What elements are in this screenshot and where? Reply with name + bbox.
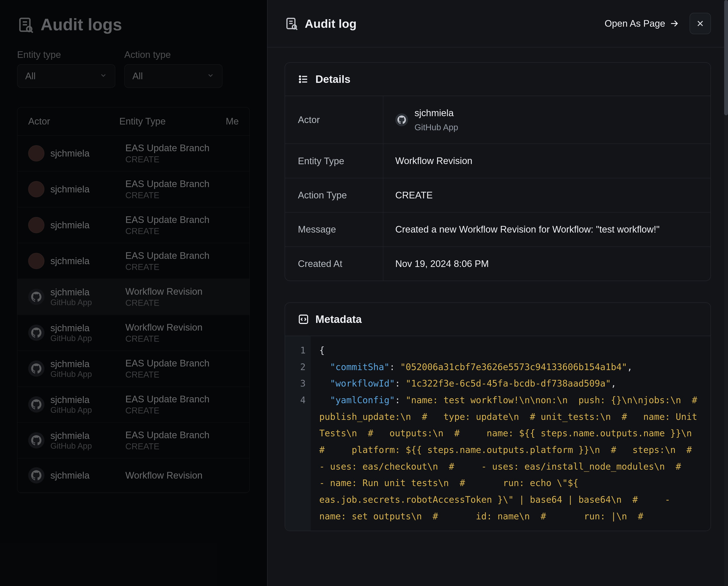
user-avatar [28,181,45,197]
entity-type: Workflow Revision [125,322,239,333]
action-type: CREATE [125,155,239,164]
actor-name: sjchmiela [50,220,89,230]
actor-name: sjchmiela [50,430,92,441]
actor-name: sjchmiela [50,184,89,195]
action-type: CREATE [125,334,239,343]
table-row[interactable]: sjchmielaGitHub AppEAS Update BranchCREA… [18,423,250,459]
th-actor: Actor [28,116,120,127]
github-avatar-icon [28,325,45,341]
line-gutter: 1 2 3 4 [285,336,311,531]
open-as-page-button[interactable]: Open As Page [604,18,679,29]
details-heading: Details [315,73,350,85]
action-type: CREATE [125,370,239,380]
table-row[interactable]: sjchmielaWorkflow Revision [18,459,250,493]
entity-type: EAS Update Branch [125,179,239,189]
detail-label: Actor [285,96,383,144]
detail-row-created-at: Created At Nov 19, 2024 8:06 PM [285,247,710,281]
table-header: Actor Entity Type Me [18,107,250,136]
user-avatar [28,217,45,233]
action-type: CREATE [125,406,239,415]
code-icon [298,314,309,325]
entity-type: EAS Update Branch [125,430,239,440]
entity-type: EAS Update Branch [125,394,239,405]
github-avatar-icon [28,467,45,484]
audit-logs-icon [17,16,34,33]
github-avatar-icon [28,289,45,305]
actor-name: sjchmiela [415,105,458,121]
detail-row-actor: Actor sjchmiela GitHub App [285,96,710,144]
drawer-header: Audit log Open As Page [267,0,728,47]
details-card: Details Actor sjchmiela GitHub App [285,62,711,281]
actor-name: sjchmiela [50,359,92,369]
actor-sub: GitHub App [50,441,92,451]
actor-name: sjchmiela [50,256,89,266]
svg-line-9 [296,29,297,30]
entity-type-value: All [25,71,36,81]
action-type: CREATE [125,226,239,236]
drawer-title: Audit log [305,17,357,30]
th-entity: Entity Type [120,116,226,127]
action-type: CREATE [125,190,239,200]
actor-sub: GitHub App [415,121,458,134]
detail-row-entity-type: Entity Type Workflow Revision [285,144,710,178]
details-header: Details [285,63,710,96]
detail-row-action-type: Action Type CREATE [285,178,710,212]
actor-name: sjchmiela [50,394,92,405]
actor-name: sjchmiela [50,470,89,481]
th-message: Me [226,116,239,127]
chevron-down-icon [100,71,107,81]
svg-line-4 [31,31,33,33]
actor-name: sjchmiela [50,323,92,333]
entity-type: EAS Update Branch [125,214,239,225]
scrollbar[interactable] [724,0,728,586]
list-icon [298,74,309,85]
table-row[interactable]: sjchmielaGitHub AppEAS Update BranchCREA… [18,387,250,423]
table-row[interactable]: sjchmielaEAS Update BranchCREATEAc"@ [18,172,250,207]
table-row[interactable]: sjchmielaGitHub AppWorkflow RevisionCREA… [18,279,250,315]
user-avatar [28,145,45,161]
audit-log-drawer: Audit log Open As Page [267,0,728,586]
actor-sub: GitHub App [50,370,92,379]
entity-type: EAS Update Branch [125,250,239,261]
table-row[interactable]: sjchmielaGitHub AppEAS Update BranchCREA… [18,351,250,387]
scrollbar-thumb[interactable] [724,0,728,115]
action-type: CREATE [125,442,239,451]
action-type: CREATE [125,298,239,308]
action-type: CREATE [125,262,239,272]
metadata-json: 1 2 3 4 { "commitSha": "052006a31cbf7e36… [285,336,710,531]
metadata-card: Metadata 1 2 3 4 { "commitSha": "052006a… [285,302,711,531]
detail-label: Entity Type [285,144,383,178]
metadata-heading: Metadata [315,313,362,326]
actor-sub: GitHub App [50,298,92,307]
table-row[interactable]: sjchmielaEAS Update BranchCREATEAc"@ [18,136,250,172]
arrow-right-icon [670,19,679,28]
svg-point-17 [300,79,301,80]
detail-value: Nov 19, 2024 8:06 PM [383,247,710,281]
entity-type-select[interactable]: All [17,64,115,88]
audit-log-icon [285,17,298,30]
entity-type: Workflow Revision [125,286,239,297]
user-avatar [28,253,45,269]
entity-type: EAS Update Branch [125,358,239,368]
detail-label: Message [285,212,383,246]
close-icon [696,19,705,28]
audit-log-table: Actor Entity Type Me sjchmielaEAS Update… [17,107,250,493]
svg-point-18 [300,81,301,83]
action-type-select[interactable]: All [124,64,223,88]
actor-sub: GitHub App [50,406,92,415]
table-row[interactable]: sjchmielaEAS Update BranchCREATEAc"@ [18,243,250,279]
detail-value: CREATE [383,178,710,212]
action-type-label: Action type [124,49,223,60]
code-body: { "commitSha": "052006a31cbf7e3626e5573c… [311,336,710,531]
table-row[interactable]: sjchmielaGitHub AppWorkflow RevisionCREA… [18,315,250,351]
detail-label: Created At [285,247,383,281]
actor-name: sjchmiela [50,287,92,298]
table-row[interactable]: sjchmielaEAS Update BranchCREATEAc"@ [18,207,250,243]
github-avatar-icon [28,432,45,449]
github-avatar-icon [28,397,45,413]
open-as-page-label: Open As Page [604,18,665,29]
close-button[interactable] [690,13,711,34]
page-header: Audit logs [17,15,250,34]
detail-row-message: Message Created a new Workflow Revision … [285,212,710,247]
entity-type: Workflow Revision [125,470,239,481]
